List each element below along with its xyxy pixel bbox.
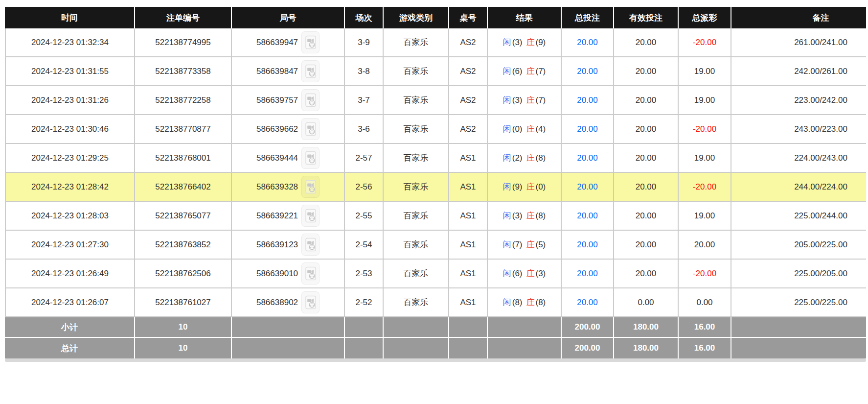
result-player-score: (3) [512,211,523,220]
round-cell: 586639328 [232,173,345,202]
round-id: 586638902 [256,298,298,307]
video-file-icon [305,209,317,223]
result-player-score: (3) [512,38,523,47]
result-banker-label: 庄 [526,298,535,307]
session-cell: 3-8 [345,57,384,86]
video-file-icon [305,151,317,165]
total-bet-cell: 20.00 [562,202,614,231]
table-row[interactable]: 2024-12-23 01:29:25 522138768001 5866394… [5,144,866,173]
time-cell: 2024-12-23 01:26:07 [5,288,135,317]
time-cell: 2024-12-23 01:26:49 [5,260,135,288]
time-cell: 2024-12-23 01:31:55 [5,57,135,86]
result-banker-score: (3) [535,269,547,278]
result-banker-score: (4) [535,124,547,134]
round-id: 586639757 [256,95,298,105]
video-replay-button[interactable] [301,147,320,169]
result-banker-label: 庄 [526,211,535,220]
valid-bet-cell: 20.00 [614,260,679,288]
round-cell: 586639757 [232,86,345,115]
video-replay-button[interactable] [301,176,320,198]
result-cell: 闲(0)庄(4) [488,115,562,144]
round-cell: 586639123 [232,231,345,260]
result-player-score: (6) [512,67,523,76]
time-cell: 2024-12-23 01:31:26 [5,86,135,115]
video-replay-button[interactable] [301,60,320,82]
time-cell: 2024-12-23 01:28:03 [5,202,135,231]
table-row[interactable]: 2024-12-23 01:28:03 522138765077 5866392… [5,202,866,231]
video-file-icon [305,35,317,49]
round-cell: 586639847 [232,57,345,86]
col-header-table-no: 桌号 [449,7,488,28]
table-row[interactable]: 2024-12-23 01:28:42 522138766402 5866393… [5,173,866,202]
video-replay-button[interactable] [301,234,320,256]
round-id: 586639010 [256,269,298,278]
round-id: 586639847 [256,67,298,76]
bet-id-cell: 522138770877 [135,115,232,144]
payout-cell: 19.00 [679,202,731,231]
video-replay-button[interactable] [301,89,320,111]
total-payout: 16.00 [679,338,731,358]
total-bet-cell: 20.00 [562,173,614,202]
col-header-game-type: 游戏类别 [384,7,449,28]
result-player-label: 闲 [503,240,512,249]
horizontal-scrollbar[interactable] [5,358,866,362]
table-header: 时间 注单编号 局号 场次 游戏类别 桌号 结果 总投注 有效投注 总派彩 备注 [5,7,866,28]
round-id: 586639947 [256,38,298,47]
round-cell: 586639444 [232,144,345,173]
remark-cell: 224.00/243.00 [731,144,866,173]
col-header-time: 时间 [5,7,135,28]
table-no-cell: AS1 [449,144,488,173]
time-cell: 2024-12-23 01:28:42 [5,173,135,202]
video-replay-button[interactable] [301,291,320,313]
game-type-cell: 百家乐 [384,28,449,57]
total-bet-cell: 20.00 [562,288,614,317]
result-player-score: (0) [512,124,523,134]
video-replay-button[interactable] [301,118,320,140]
table-row[interactable]: 2024-12-23 01:31:26 522138772258 5866397… [5,86,866,115]
valid-bet-cell: 20.00 [614,202,679,231]
total-valid-bet: 180.00 [614,338,679,358]
result-player-score: (3) [512,95,523,105]
result-cell: 闲(8)庄(8) [488,288,562,317]
valid-bet-cell: 20.00 [614,231,679,260]
result-banker-score: (0) [535,182,547,191]
result-banker-label: 庄 [526,153,535,163]
valid-bet-cell: 20.00 [614,115,679,144]
table-no-cell: AS2 [449,86,488,115]
table-row[interactable]: 2024-12-23 01:26:07 522138761027 5866389… [5,288,866,317]
col-header-valid-bet: 有效投注 [614,7,679,28]
round-id: 586639123 [256,240,298,249]
total-bet-cell: 20.00 [562,144,614,173]
result-player-label: 闲 [503,124,512,134]
bet-id-cell: 522138765077 [135,202,232,231]
total-bet-cell: 20.00 [562,28,614,57]
video-replay-button[interactable] [301,31,320,53]
result-cell: 闲(3)庄(7) [488,86,562,115]
subtotal-count: 10 [135,317,232,338]
table-row[interactable]: 2024-12-23 01:30:46 522138770877 5866396… [5,115,866,144]
round-cell: 586639947 [232,28,345,57]
session-cell: 2-56 [345,173,384,202]
result-player-label: 闲 [503,298,512,307]
table-row[interactable]: 2024-12-23 01:27:30 522138763852 5866391… [5,231,866,260]
remark-cell: 205.00/225.00 [731,231,866,260]
subtotal-valid-bet: 180.00 [614,317,679,338]
result-cell: 闲(6)庄(3) [488,260,562,288]
result-player-label: 闲 [503,95,512,105]
valid-bet-cell: 20.00 [614,173,679,202]
video-file-icon [305,180,317,194]
table-row[interactable]: 2024-12-23 01:32:34 522138774995 5866399… [5,28,866,57]
game-type-cell: 百家乐 [384,260,449,288]
time-cell: 2024-12-23 01:29:25 [5,144,135,173]
result-cell: 闲(9)庄(0) [488,173,562,202]
round-id: 586639328 [256,182,298,191]
table-row[interactable]: 2024-12-23 01:26:49 522138762506 5866390… [5,260,866,288]
total-bet-cell: 20.00 [562,57,614,86]
video-replay-button[interactable] [301,205,320,227]
table-body: 2024-12-23 01:32:34 522138774995 5866399… [5,28,866,317]
table-row[interactable]: 2024-12-23 01:31:55 522138773358 5866398… [5,57,866,86]
video-replay-button[interactable] [301,262,320,285]
payout-cell: -20.00 [679,28,731,57]
session-cell: 2-57 [345,144,384,173]
time-cell: 2024-12-23 01:32:34 [5,28,135,57]
